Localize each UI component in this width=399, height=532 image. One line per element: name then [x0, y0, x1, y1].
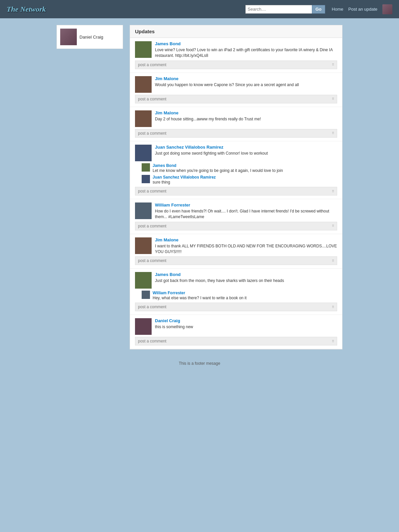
- post-main-row: Jim MaloneDay 2 of house sitting...awww …: [135, 110, 337, 127]
- updates-header: Updates: [130, 25, 342, 38]
- post-item: Jim MaloneWould you happen to know were …: [130, 73, 342, 107]
- main-content: Daniel Craig Updates James BondLove wine…: [50, 18, 349, 356]
- logo: The Network: [7, 5, 46, 14]
- comment-text: Let me know when you're going to be goin…: [153, 168, 337, 174]
- post-author[interactable]: Daniel Craig: [155, 318, 337, 323]
- nav-post-update[interactable]: Post an update: [348, 7, 377, 12]
- nav-home[interactable]: Home: [332, 7, 343, 12]
- post-author[interactable]: James Bond: [155, 41, 337, 46]
- footer: This is a footer mesage: [0, 356, 399, 371]
- post-main-row: Juan Sanchez Villalobos RamirezJust got …: [135, 145, 337, 161]
- post-author[interactable]: James Bond: [155, 272, 337, 277]
- search-input[interactable]: [245, 5, 312, 14]
- comment-box-area: ⠿: [135, 129, 337, 138]
- comment-input[interactable]: [138, 97, 332, 101]
- post-text: I want to thank ALL MY FIRENDS BOTH OLD …: [155, 243, 337, 255]
- comment-input[interactable]: [138, 189, 332, 194]
- comment-content: William ForresterHey, what else was ther…: [153, 291, 337, 301]
- post-avatar: [135, 202, 152, 219]
- comment-avatar: [142, 175, 150, 183]
- comment-box-area: ⠿: [135, 256, 337, 265]
- post-main-row: James BondLove wine? Love food? Love to …: [135, 41, 337, 59]
- comment-text: sure thing: [153, 180, 337, 185]
- post-text: this is something new: [155, 324, 337, 330]
- post-content: William ForresterHow do I even have frie…: [155, 202, 337, 220]
- comment-author[interactable]: James Bond: [153, 163, 337, 168]
- post-text: Just got doing some sword fighting with …: [155, 151, 337, 156]
- post-text: Just got back from the moon, they have s…: [155, 278, 337, 284]
- comment-input[interactable]: [138, 131, 332, 136]
- resize-icon: ⠿: [332, 131, 334, 135]
- post-content: Jim MaloneWould you happen to know were …: [155, 76, 337, 93]
- search-button[interactable]: Go: [312, 5, 325, 14]
- comment-content: Juan Sanchez Villalobos Ramirezsure thin…: [153, 175, 337, 185]
- posts-container: James BondLove wine? Love food? Love to …: [130, 38, 342, 349]
- post-item: Jim MaloneDay 2 of house sitting...awww …: [130, 107, 342, 141]
- post-author[interactable]: Jim Malone: [155, 110, 337, 115]
- comment-box-area: ⠿: [135, 61, 337, 69]
- profile-name: Daniel Craig: [79, 35, 103, 40]
- comment-box-area: ⠿: [135, 187, 337, 196]
- resize-icon: ⠿: [332, 259, 334, 263]
- sidebar: Daniel Craig: [57, 25, 123, 349]
- comment-text: Hey, what else was there? I want to writ…: [153, 295, 337, 301]
- post-content: James BondJust got back from the moon, t…: [155, 272, 337, 289]
- post-content: Jim MaloneDay 2 of house sitting...awww …: [155, 110, 337, 127]
- nav-avatar[interactable]: [382, 4, 392, 14]
- post-content: Daniel Craigthis is something new: [155, 318, 337, 335]
- updates-panel: Updates James BondLove wine? Love food? …: [130, 25, 342, 349]
- post-content: Jim MaloneI want to thank ALL MY FIRENDS…: [155, 237, 337, 255]
- comment-avatar: [142, 163, 150, 172]
- post-item: Jim MaloneI want to thank ALL MY FIRENDS…: [130, 234, 342, 269]
- comment-avatar: [142, 291, 150, 299]
- comment-item: James BondLet me know when you're going …: [142, 163, 337, 174]
- resize-icon: ⠿: [332, 339, 334, 343]
- post-avatar: [135, 110, 152, 127]
- resize-icon: ⠿: [332, 97, 334, 101]
- comment-input[interactable]: [138, 63, 332, 67]
- footer-message: This is a footer mesage: [179, 361, 220, 366]
- post-avatar: [135, 41, 152, 58]
- post-avatar: [135, 237, 152, 254]
- search-area: Go: [245, 5, 325, 14]
- post-author[interactable]: William Forrester: [155, 202, 337, 207]
- post-avatar: [135, 272, 152, 289]
- post-main-row: Jim MaloneWould you happen to know were …: [135, 76, 337, 93]
- comment-item: Juan Sanchez Villalobos Ramirezsure thin…: [142, 175, 337, 185]
- header-right: Home Post an update: [332, 4, 392, 14]
- post-author[interactable]: Juan Sanchez Villalobos Ramirez: [155, 145, 337, 150]
- post-content: James BondLove wine? Love food? Love to …: [155, 41, 337, 59]
- resize-icon: ⠿: [332, 224, 334, 228]
- comment-author[interactable]: Juan Sanchez Villalobos Ramirez: [153, 175, 337, 180]
- post-item: Daniel Craigthis is something new⠿: [130, 315, 342, 349]
- resize-icon: ⠿: [332, 63, 334, 66]
- post-text: How do I even have friends?! Oh wait....…: [155, 208, 337, 220]
- post-main-row: James BondJust got back from the moon, t…: [135, 272, 337, 289]
- post-item: William ForresterHow do I even have frie…: [130, 199, 342, 234]
- header: The Network Go Home Post an update: [0, 0, 399, 18]
- post-item: James BondJust got back from the moon, t…: [130, 269, 342, 315]
- comment-author[interactable]: William Forrester: [153, 291, 337, 295]
- comment-box-area: ⠿: [135, 95, 337, 103]
- post-item: James BondLove wine? Love food? Love to …: [130, 38, 342, 73]
- post-avatar: [135, 145, 152, 161]
- post-text: Love wine? Love food? Love to win an iPa…: [155, 47, 337, 59]
- post-item: Juan Sanchez Villalobos RamirezJust got …: [130, 141, 342, 200]
- comment-input[interactable]: [138, 305, 332, 309]
- comment-box-area: ⠿: [135, 337, 337, 345]
- post-main-row: William ForresterHow do I even have frie…: [135, 202, 337, 220]
- post-author[interactable]: Jim Malone: [155, 237, 337, 242]
- post-text: Day 2 of house sitting...awww my firends…: [155, 116, 337, 122]
- post-main-row: Jim MaloneI want to thank ALL MY FIRENDS…: [135, 237, 337, 255]
- resize-icon: ⠿: [332, 305, 334, 309]
- post-author[interactable]: Jim Malone: [155, 76, 337, 81]
- profile-avatar: [60, 29, 77, 45]
- post-content: Juan Sanchez Villalobos RamirezJust got …: [155, 145, 337, 161]
- post-text: Would you happen to know were Capone is?…: [155, 82, 337, 88]
- comment-box-area: ⠿: [135, 222, 337, 230]
- comment-input[interactable]: [138, 339, 332, 343]
- comment-item: William ForresterHey, what else was ther…: [142, 291, 337, 301]
- comment-input[interactable]: [138, 258, 332, 263]
- post-main-row: Daniel Craigthis is something new: [135, 318, 337, 335]
- comment-input[interactable]: [138, 224, 332, 228]
